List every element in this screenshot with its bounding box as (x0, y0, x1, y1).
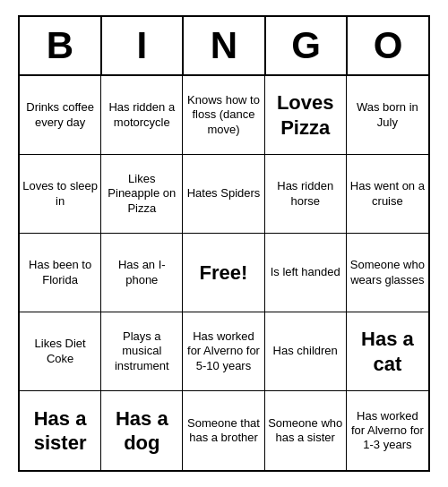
bingo-cell-17[interactable]: Has worked for Alverno for 5-10 years (183, 312, 264, 391)
header-letter-o: O (348, 17, 428, 76)
bingo-cell-19[interactable]: Has a cat (347, 312, 428, 391)
bingo-cell-16[interactable]: Plays a musical instrument (101, 312, 183, 391)
bingo-cell-9[interactable]: Has went on a cruise (347, 155, 428, 234)
bingo-cell-14[interactable]: Someone who wears glasses (347, 234, 428, 312)
bingo-cell-11[interactable]: Has an I-phone (101, 234, 183, 312)
bingo-card: BINGO Drinks coffee every dayHas ridden … (18, 15, 430, 472)
bingo-cell-7[interactable]: Hates Spiders (183, 155, 264, 234)
bingo-cell-2[interactable]: Knows how to floss (dance move) (183, 76, 264, 155)
header-letter-g: G (266, 17, 349, 76)
bingo-cell-18[interactable]: Has children (265, 312, 347, 391)
header-letter-n: N (184, 17, 266, 76)
bingo-cell-8[interactable]: Has ridden horse (265, 155, 347, 234)
bingo-header: BINGO (20, 17, 428, 76)
bingo-cell-0[interactable]: Drinks coffee every day (20, 76, 101, 155)
bingo-cell-23[interactable]: Someone who has a sister (265, 391, 347, 470)
bingo-grid: Drinks coffee every dayHas ridden a moto… (20, 76, 428, 470)
bingo-cell-20[interactable]: Has a sister (20, 391, 101, 470)
bingo-cell-1[interactable]: Has ridden a motorcycle (101, 76, 183, 155)
bingo-cell-6[interactable]: Likes Pineapple on Pizza (101, 155, 183, 234)
bingo-cell-13[interactable]: Is left handed (265, 234, 347, 312)
bingo-cell-10[interactable]: Has been to Florida (20, 234, 101, 312)
header-letter-i: I (102, 17, 185, 76)
bingo-cell-21[interactable]: Has a dog (101, 391, 183, 470)
bingo-cell-12[interactable]: Free! (183, 234, 264, 312)
bingo-cell-3[interactable]: Loves Pizza (265, 76, 347, 155)
bingo-cell-24[interactable]: Has worked for Alverno for 1-3 years (347, 391, 428, 470)
header-letter-b: B (20, 17, 102, 76)
bingo-cell-22[interactable]: Someone that has a brother (183, 391, 264, 470)
bingo-cell-4[interactable]: Was born in July (347, 76, 428, 155)
bingo-cell-5[interactable]: Loves to sleep in (20, 155, 101, 234)
bingo-cell-15[interactable]: Likes Diet Coke (20, 312, 101, 391)
